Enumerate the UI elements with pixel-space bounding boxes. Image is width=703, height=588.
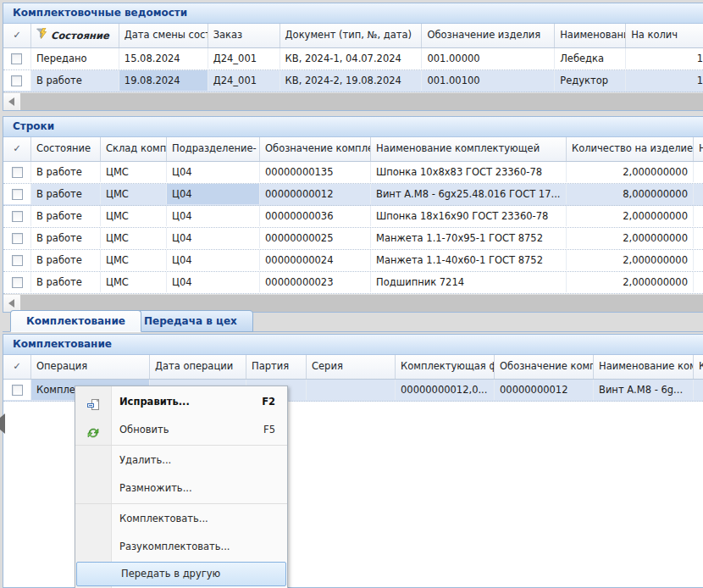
select-all-header[interactable]: ✓ (3, 137, 31, 161)
select-all-header[interactable]: ✓ (3, 355, 31, 379)
cell-part-code[interactable]: 00000000025 (260, 228, 371, 248)
column-header-oboznachenie[interactable]: Обозначение комп (495, 355, 594, 379)
column-header-podrazdelenie[interactable]: Подразделение- (167, 137, 260, 161)
cell-warehouse[interactable]: ЦМС (101, 184, 167, 204)
table-row[interactable]: В работе ЦМС Ц04 00000000023 Подшипник 7… (3, 272, 703, 294)
cell-part-code[interactable]: 00000000024 (260, 250, 371, 270)
cell-clipped[interactable] (694, 380, 703, 400)
checkbox-icon[interactable] (12, 277, 23, 288)
cell-qty[interactable]: 1 (626, 70, 703, 91)
column-header-sostoyanie[interactable]: Состояние (31, 24, 119, 47)
cell-qty[interactable]: 2,000000000 (567, 162, 694, 182)
column-header-naimenovanie[interactable]: Наименование ком (594, 355, 694, 379)
table-row-selected[interactable]: В работе 19.08.2024 Д24_001 КВ, 2024-2, … (3, 70, 703, 92)
cell-state[interactable]: В работе (31, 250, 101, 270)
row-checkbox[interactable] (3, 250, 31, 270)
cell-qty[interactable]: 2,000000000 (567, 250, 694, 270)
cell-state[interactable]: В работе (31, 162, 101, 182)
row-checkbox[interactable] (3, 70, 31, 91)
cell-part-name[interactable]: Подшипник 7214 (371, 272, 567, 292)
column-header-komplektuyushchaya[interactable]: Комплектующая ф (396, 355, 495, 379)
column-header-naimenovanie-izd[interactable]: Наименование изд (555, 24, 626, 47)
menu-item-razmnozhit[interactable]: Размножить... (75, 474, 287, 502)
cell-part-name[interactable]: Манжета 1.1-40x60-1 ГОСТ 8752 (371, 250, 567, 270)
cell-state[interactable]: В работе (31, 70, 119, 91)
cell-order[interactable]: Д24_001 (208, 70, 280, 91)
row-checkbox[interactable] (3, 380, 31, 400)
cell-qty[interactable]: 1 (626, 48, 703, 69)
table-row[interactable]: В работе ЦМС Ц04 00000000036 Шпонка 18x1… (3, 206, 703, 228)
scrollbar-thumb[interactable] (20, 93, 703, 110)
column-header-oboznachenie-izdeliya[interactable]: Обозначение изделия (422, 24, 555, 47)
cell-part-name[interactable]: Шпонка 18x16x90 ГОСТ 23360-78 (371, 206, 567, 226)
cell-document[interactable]: КВ, 2024-1, 04.07.2024 (280, 48, 423, 69)
column-header-seriya[interactable]: Серия (307, 355, 396, 379)
checkbox-icon[interactable] (11, 53, 22, 64)
column-header-data-operacii[interactable]: Дата операции (150, 355, 246, 379)
menu-item-komplektovat[interactable]: Комплектовать... (75, 505, 287, 533)
cell-product-code[interactable]: 001.00100 (422, 70, 555, 91)
cell-product-code[interactable]: 001.00000 (422, 48, 555, 69)
horizontal-scrollbar[interactable] (3, 92, 703, 110)
row-checkbox[interactable] (3, 228, 31, 248)
cell-date[interactable]: 15.08.2024 (119, 48, 208, 69)
menu-item-ispravit[interactable]: Исправить... F2 (75, 388, 287, 416)
row-checkbox[interactable] (3, 184, 31, 204)
cell-series[interactable] (307, 380, 396, 400)
edge-scroll-left-icon[interactable] (0, 418, 5, 430)
table-row[interactable]: В работе ЦМС Ц04 00000000024 Манжета 1.1… (3, 250, 703, 272)
cell-state[interactable]: В работе (31, 228, 101, 248)
cell-part-name[interactable]: Винт А.М8 - 6g... (594, 380, 694, 400)
column-header-sklad[interactable]: Склад комп (101, 137, 167, 161)
tab-komplektovanie[interactable]: Комплектование (10, 310, 141, 332)
cell-warehouse[interactable]: ЦМС (101, 206, 167, 226)
column-header-partiya[interactable]: Партия (246, 355, 307, 379)
menu-item-razukomplektovat[interactable]: Разукомплектовать... (75, 533, 287, 561)
row-checkbox[interactable] (3, 206, 31, 226)
cell-qty[interactable]: 2,000000000 (567, 272, 694, 292)
cell-part-name[interactable]: Винт А.М8 - 6gх25.48.016 ГОСТ 17... (371, 184, 567, 204)
cell-component[interactable]: 00000000012,0... (396, 380, 495, 400)
cell-state[interactable]: В работе (31, 206, 101, 226)
table-row[interactable]: В работе ЦМС Ц04 00000000135 Шпонка 10x8… (3, 162, 703, 184)
column-header-data-smeny[interactable]: Дата смены сост (119, 24, 208, 47)
checkbox-icon[interactable] (12, 233, 23, 244)
table-row[interactable]: Передано 15.08.2024 Д24_001 КВ, 2024-1, … (3, 48, 703, 70)
tab-peredacha-v-ceh[interactable]: Передача в цех (128, 310, 253, 332)
checkbox-icon[interactable] (12, 255, 23, 266)
cell-department-focused[interactable]: Ц04 (167, 184, 260, 204)
cell-part-code[interactable]: 00000000036 (260, 206, 371, 226)
table-row[interactable]: В работе ЦМС Ц04 00000000025 Манжета 1.1… (3, 228, 703, 250)
cell-product-name[interactable]: Редуктор (555, 70, 626, 91)
row-checkbox[interactable] (3, 48, 31, 69)
cell-part-code[interactable]: 00000000012 (495, 380, 594, 400)
cell-product-name[interactable]: Лебедка (555, 48, 626, 69)
cell-warehouse[interactable]: ЦМС (101, 250, 167, 270)
cell-department[interactable]: Ц04 (167, 272, 260, 292)
menu-item-peredat-v-druguyu-vedomost[interactable]: Передать в другую ведомость... (76, 562, 286, 586)
cell-department[interactable]: Ц04 (167, 250, 260, 270)
column-header-zakaz[interactable]: Заказ (208, 24, 280, 47)
cell-part-code[interactable]: 00000000012 (260, 184, 371, 204)
cell-qty[interactable]: 8,000000000 (567, 184, 694, 204)
column-header-sostoyanie[interactable]: Состояние (31, 137, 101, 161)
cell-department[interactable]: Ц04 (167, 228, 260, 248)
cell-qty[interactable]: 2,000000000 (567, 228, 694, 248)
cell-warehouse[interactable]: ЦМС (101, 228, 167, 248)
column-header-naimenovanie[interactable]: Наименование комплектующей (371, 137, 567, 161)
menu-item-udalit[interactable]: Удалить... (75, 447, 287, 474)
row-checkbox[interactable] (3, 272, 31, 292)
column-header-operaciya[interactable]: Операция (31, 355, 150, 379)
checkbox-icon[interactable] (12, 189, 23, 200)
cell-warehouse[interactable]: ЦМС (101, 272, 167, 292)
scroll-left-button[interactable] (3, 93, 19, 110)
cell-warehouse[interactable]: ЦМС (101, 162, 167, 182)
select-all-header[interactable]: ✓ (3, 24, 31, 47)
cell-document[interactable]: КВ, 2024-2, 19.08.2024 (280, 70, 423, 91)
cell-part-code[interactable]: 00000000135 (260, 162, 371, 182)
cell-order[interactable]: Д24_001 (208, 48, 280, 69)
cell-part-code[interactable]: 00000000023 (260, 272, 371, 292)
column-header-na-kolich[interactable]: На колич (626, 24, 703, 47)
cell-state[interactable]: В работе (31, 184, 101, 204)
column-header-oboznachenie[interactable]: Обозначение компле (260, 137, 371, 161)
